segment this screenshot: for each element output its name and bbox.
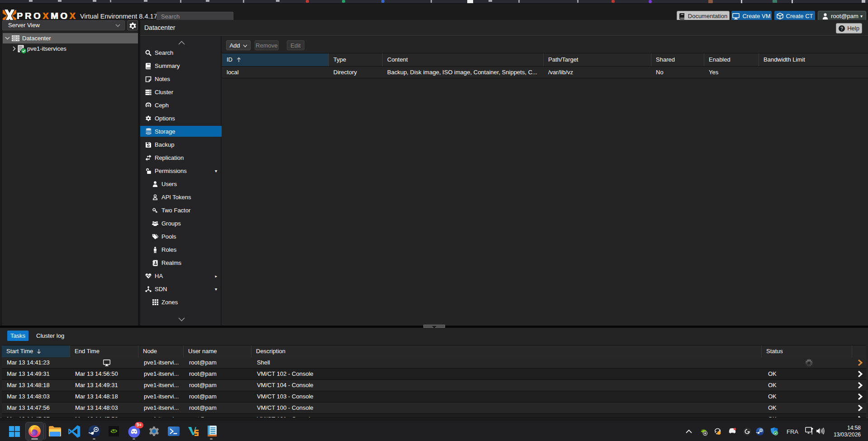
svg-text:?: ? — [840, 26, 843, 31]
